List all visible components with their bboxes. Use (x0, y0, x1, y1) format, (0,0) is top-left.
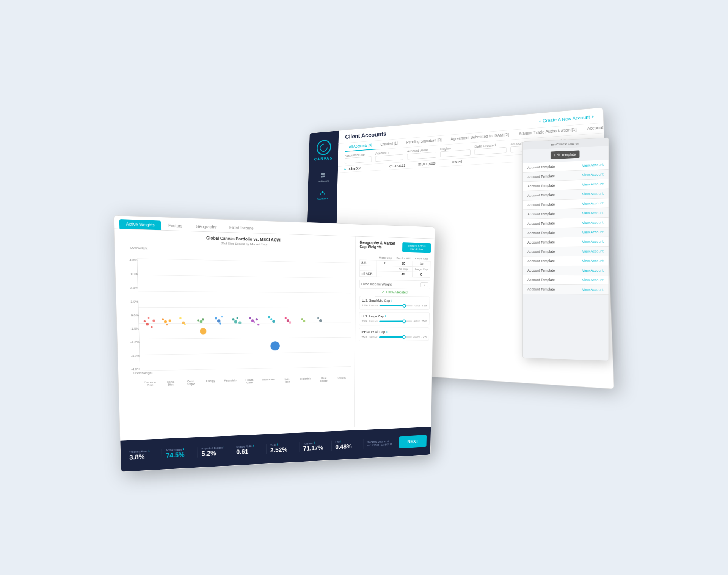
view-account-link-5[interactable]: View Account (582, 211, 604, 215)
filter-region-input[interactable] (440, 149, 471, 157)
info-icon-3: ℹ (386, 330, 387, 334)
create-account-btn[interactable]: + Create A New Account + (538, 114, 594, 123)
view-account-link-3[interactable]: View Account (582, 192, 604, 196)
sharpe-label: Sharpe Ratio ℹ (236, 445, 254, 448)
slider-handle-2[interactable] (402, 319, 406, 323)
geo-header: Geography & Market Cap Weights Select Fa… (360, 240, 431, 254)
svg-rect-1 (323, 173, 325, 175)
y-label-n3: -3.0% (131, 354, 141, 358)
us-small-mid: 10 (394, 261, 413, 267)
intl-small-mid: 40 (394, 271, 412, 277)
view-account-link-7[interactable]: View Account (582, 230, 604, 234)
geo-weights-panel: Geography & Market Cap Weights Select Fa… (354, 236, 435, 427)
view-account-link-12[interactable]: View Account (582, 278, 604, 282)
passive-label-1: Passive (369, 304, 378, 307)
template-label-13: Account Template (527, 287, 555, 291)
col-header-small-mid: Small / Mid (394, 256, 413, 261)
us-large-cap-label: U.S. Large Cap (362, 314, 384, 318)
canvas-portfolio-panel: Active Weights Factors Geography Fixed I… (113, 215, 435, 472)
fee-label: Fee ℹ (336, 440, 342, 443)
label-intl: Intl ADR (360, 271, 377, 277)
sidebar-item-accounts[interactable]: Accounts (308, 185, 337, 204)
passive-pct-1: 25% (362, 304, 367, 307)
stat-fee: Fee ℹ 0.48% (333, 439, 363, 451)
slider-bar-3[interactable] (379, 336, 412, 338)
slider-bar-1[interactable] (379, 305, 412, 306)
template-label-1: Account Template (527, 174, 555, 179)
col-header-large-cap: Large Cap (413, 256, 430, 261)
stat-yield: Yield ℹ 2.52% (267, 442, 299, 454)
x-energy: Energy (202, 379, 219, 385)
template-label-6: Account Template (527, 221, 555, 225)
allcap-micro (377, 266, 394, 272)
view-account-link-2[interactable]: View Account (582, 182, 604, 187)
y-label-2: 2.0% (129, 286, 140, 290)
active-share-value: 74.5% (166, 451, 184, 459)
stat-active-share: Active Share ℹ 74.5% (162, 447, 198, 460)
sidebar-item-dashboard[interactable]: Dashboard (308, 168, 338, 187)
x-financials: Financials (222, 379, 238, 385)
edit-template-btn[interactable]: Edit Template (551, 150, 580, 159)
row-account: CL-123111 (389, 163, 418, 168)
y-label-n2: -2.0% (130, 341, 141, 344)
tab-geography[interactable]: Geography (190, 222, 223, 232)
x-info-tech: Info.Tech (279, 377, 295, 383)
fee-value: 0.48% (335, 443, 351, 451)
template-label-12: Account Template (527, 278, 555, 282)
filter-number-input[interactable] (375, 154, 403, 162)
svg-rect-2 (321, 176, 322, 178)
slider-us-large-cap-title: U.S. Large Cap ℹ (362, 314, 427, 318)
view-account-link-9[interactable]: View Account (582, 249, 604, 253)
stat-expected-excess: Expected Excess ℹ 5.2% (198, 445, 232, 457)
filter-name-input[interactable] (345, 156, 372, 163)
row-date (479, 159, 511, 160)
filter-account-number: Account # (375, 150, 403, 162)
view-account-link-1[interactable]: View Account (582, 172, 604, 177)
view-account-link-10[interactable]: View Account (582, 259, 604, 263)
y-label-3: 3.0% (129, 272, 140, 276)
backtest-note-container: *Backtest Data as of10/19/1995 - 1/31/20… (364, 439, 395, 447)
y-label-0: 0.0% (130, 313, 140, 317)
label-empty (360, 266, 377, 271)
allocated-msg: ✓ 100% Allocated! (359, 290, 430, 294)
view-account-link-8[interactable]: View Account (582, 240, 604, 244)
tab-active-weights[interactable]: Active Weights (119, 219, 161, 230)
template-row-13: Account Template View Account (523, 284, 609, 295)
template-panel: net/Climate Change Edit Template Account… (522, 137, 609, 361)
weight-row-intl: Intl ADR 40 0 (360, 271, 430, 278)
template-label-5: Account Template (527, 212, 555, 216)
template-rows-container: Account Template View Account Account Te… (523, 160, 609, 295)
slider-bar-row-2: 25% Passive Active 75% (362, 320, 427, 323)
view-account-link-11[interactable]: View Account (582, 269, 604, 272)
x-axis: Commun.Disc Cons.Disc Cons.Staple Energy… (140, 376, 351, 387)
fixed-income-label: Fixed Income Weight (361, 282, 392, 286)
template-row-7: Account Template View Account (523, 227, 609, 238)
tab-factors[interactable]: Factors (162, 221, 189, 231)
select-factors-btn[interactable]: Select Factors For Active (402, 242, 431, 253)
next-btn[interactable]: NEXT (399, 435, 427, 448)
view-account-link-13[interactable]: View Account (582, 288, 604, 292)
scatter-chart: Global Canvas Portfolio vs. MSCI ACWI (D… (114, 229, 356, 438)
view-account-link-0[interactable]: View Account (582, 163, 604, 167)
filter-date-input[interactable] (474, 147, 506, 155)
turnover-label: Turnover ℹ (303, 441, 315, 445)
view-account-link-6[interactable]: View Account (582, 220, 604, 225)
active-pct-1: 75% (422, 304, 427, 308)
y-label-n4: -4.0% (131, 368, 142, 371)
tab-fixed-income[interactable]: Fixed Income (223, 223, 260, 233)
dashboard-label: Dashboard (317, 179, 329, 183)
slider-bar-row-3: 25% Passive Active 75% (361, 335, 427, 339)
info-icon-2: ℹ (385, 315, 386, 318)
slider-handle-1[interactable] (402, 304, 406, 308)
x-utilities: Utilities (334, 376, 349, 382)
x-health: HealthCare (242, 379, 257, 384)
filter-value-input[interactable] (407, 152, 436, 159)
view-account-link-4[interactable]: View Account (582, 201, 604, 205)
slider-bar-2[interactable] (379, 320, 412, 322)
x-materials: Materials (298, 377, 313, 383)
template-label-3: Account Template (527, 193, 555, 198)
template-label-9: Account Template (527, 250, 555, 253)
slider-handle-3[interactable] (402, 335, 405, 339)
ee-info-icon: ℹ (224, 446, 225, 449)
zero-line (139, 322, 351, 323)
